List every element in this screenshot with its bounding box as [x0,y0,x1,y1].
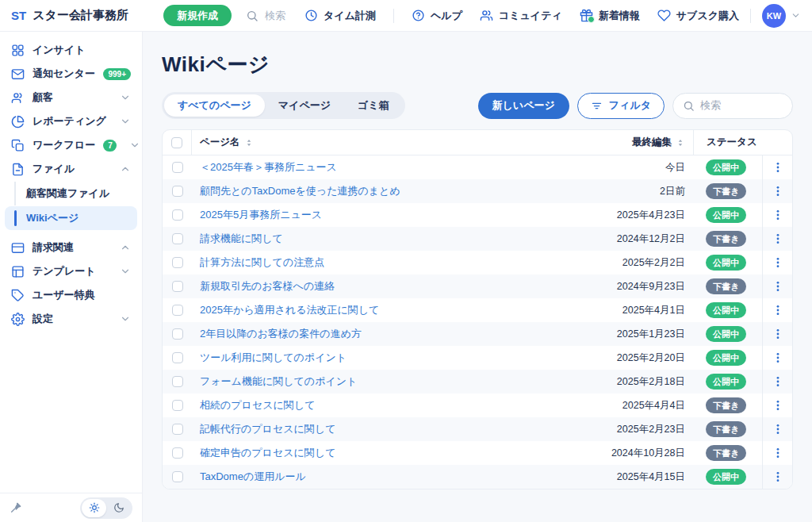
table-row: 顧問先とのTaxDomeを使った連携のまとめ 2日前 下書き [163,179,792,203]
row-checkbox[interactable] [172,400,183,411]
row-checkbox[interactable] [172,376,183,387]
chevron-down-icon[interactable] [791,10,801,21]
sidebar-item-8[interactable]: ユーザー特典 [0,283,142,307]
topbar-nav-news[interactable]: 新着情報 [580,9,640,23]
page-link[interactable]: 計算方法に関しての注意点 [200,255,324,270]
row-menu-button[interactable] [772,161,784,174]
chevron-down-icon [120,266,131,277]
page-link[interactable]: 2年目以降のお客様の案件の進め方 [200,327,362,341]
row-menu-button[interactable] [772,399,784,412]
topbar-nav-time[interactable]: タイム計測 [304,9,376,23]
pie-icon [11,115,25,129]
status-badge: 下書き [706,421,746,437]
sidebar-item-label: ファイル [33,162,75,176]
layout-icon [11,265,25,278]
last-edited-value: 2025年4月15日 [575,465,694,489]
row-checkbox[interactable] [172,281,183,292]
topbar-nav-help[interactable]: ヘルプ [412,9,462,23]
row-checkbox[interactable] [172,352,183,363]
column-header-name[interactable]: ページ名 [200,136,240,149]
sidebar-subitem-1[interactable]: Wikiページ [5,206,137,230]
table-search-input[interactable]: 検索 [672,93,793,119]
page-link[interactable]: TaxDomeの運用ルール [200,470,306,484]
last-edited-value: 2024年12月2日 [575,227,694,251]
page-link[interactable]: 確定申告のプロセスに関して [200,446,335,460]
sidebar-item-0[interactable]: インサイト [0,38,142,62]
dark-mode-button[interactable] [106,499,131,517]
tab-0[interactable]: すべてのページ [164,94,265,117]
row-checkbox[interactable] [172,186,183,197]
page-link[interactable]: 2025年から適用される法改正に関して [200,303,379,317]
global-search[interactable]: 検索 [246,9,285,23]
page-link[interactable]: 顧問先とのTaxDomeを使った連携のまとめ [200,184,400,198]
sun-icon [89,502,100,513]
last-edited-value: 今日 [575,155,694,179]
table-row: 記帳代行のプロセスに関して 2025年2月23日 下書き [163,417,792,441]
sidebar-item-3[interactable]: レポーティング [0,109,142,133]
row-menu-button[interactable] [772,256,784,269]
page-link[interactable]: ＜2025年春＞事務所ニュース [200,160,337,175]
page-link[interactable]: ツール利用に関してのポイント [200,351,347,365]
row-menu-button[interactable] [772,185,784,198]
sort-icon[interactable] [676,138,685,148]
page-link[interactable]: 2025年5月事務所ニュース [200,208,322,222]
row-checkbox[interactable] [172,471,183,482]
app-logo: ST [11,9,26,22]
page-link[interactable]: 新規取引先のお客様への連絡 [200,279,335,294]
page-link[interactable]: 相続のプロセスに関して [200,398,315,413]
topbar-nav-community[interactable]: コミュイティ [480,9,562,23]
row-menu-button[interactable] [772,351,784,364]
row-menu-button[interactable] [772,280,784,293]
create-button[interactable]: 新規作成 [163,5,232,26]
tab-1[interactable]: マイページ [265,94,344,117]
sidebar-item-4[interactable]: ワークフロー7 [0,133,142,157]
row-menu-button[interactable] [772,470,784,483]
select-all-checkbox[interactable] [171,137,182,148]
column-header-status: ステータス [707,136,757,149]
sort-icon[interactable] [244,138,254,148]
sidebar-subitem-0[interactable]: 顧客関連ファイル [5,182,137,205]
status-badge: 下書き [706,397,746,413]
row-menu-button[interactable] [772,447,784,459]
row-checkbox[interactable] [172,424,183,435]
row-checkbox[interactable] [172,233,183,244]
row-checkbox[interactable] [172,447,183,459]
sidebar-item-9[interactable]: 設定 [0,307,142,331]
page-link[interactable]: 請求機能に関して [200,232,283,246]
sidebar-item-2[interactable]: 顧客 [0,86,142,109]
table-row: TaxDomeの運用ルール 2025年4月15日 公開中 [163,465,792,489]
row-menu-button[interactable] [772,423,784,436]
status-badge: 下書き [706,278,746,294]
page-link[interactable]: 記帳代行のプロセスに関して [200,422,335,436]
status-badge: 公開中 [706,469,746,485]
row-checkbox[interactable] [172,257,183,268]
row-menu-button[interactable] [772,328,784,340]
avatar[interactable]: KW [762,4,786,28]
filter-button[interactable]: フィルタ [577,93,665,119]
row-checkbox[interactable] [172,209,183,221]
new-page-button[interactable]: 新しいページ [478,93,569,119]
sidebar-item-7[interactable]: テンプレート [0,259,142,283]
topbar-nav-subscribe[interactable]: サブスク購入 [657,9,739,23]
column-header-last-edited[interactable]: 最終編集 [632,136,672,149]
row-checkbox[interactable] [172,328,183,340]
sidebar-nav: インサイト通知センター999+顧客レポーティングワークフロー7ファイル顧客関連フ… [0,38,142,331]
heart-icon [657,9,671,22]
row-menu-button[interactable] [772,304,784,317]
pin-icon[interactable] [10,501,22,514]
tab-2[interactable]: ゴミ箱 [344,94,403,117]
theme-toggle[interactable] [80,497,132,519]
brand[interactable]: ST スター会計事務所 [11,8,152,23]
row-menu-button[interactable] [772,209,784,221]
status-badge: 公開中 [706,159,746,175]
row-menu-button[interactable] [772,232,784,245]
row-checkbox[interactable] [172,162,183,173]
table-row: 2025年5月事務所ニュース 2025年4月23日 公開中 [163,203,792,227]
page-link[interactable]: フォーム機能に関してのポイント [200,374,357,389]
sidebar-item-6[interactable]: 請求関連 [0,236,142,259]
sidebar-item-5[interactable]: ファイル [0,157,142,181]
row-checkbox[interactable] [172,305,183,316]
light-mode-button[interactable] [82,499,106,517]
row-menu-button[interactable] [772,375,784,388]
sidebar-item-1[interactable]: 通知センター999+ [0,62,142,86]
